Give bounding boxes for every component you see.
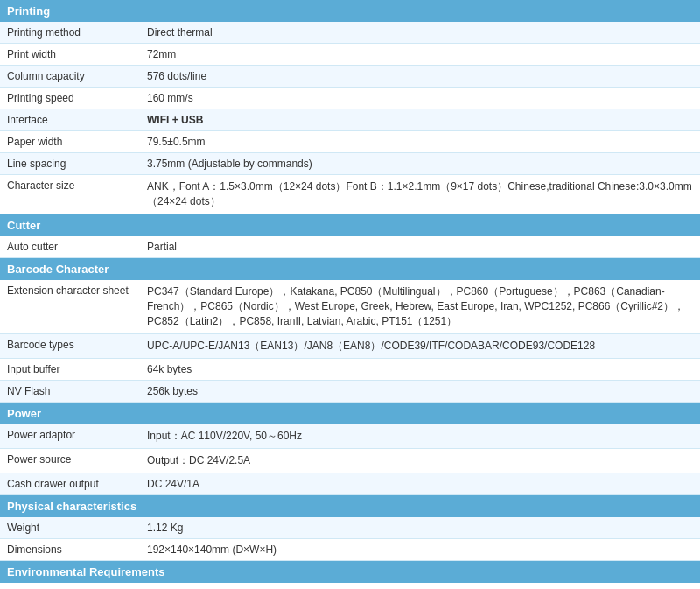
table-row: Barcode typesUPC-A/UPC-E/JAN13（EAN13）/JA… (0, 334, 700, 359)
table-row: InterfaceWIFI + USB (0, 109, 700, 131)
row-label: Weight (0, 517, 140, 539)
section-header: Printing (0, 0, 700, 22)
row-label: Column capacity (0, 66, 140, 88)
section-header: Environmental Requirements (0, 561, 700, 584)
row-label: NV Flash (0, 381, 140, 403)
section-title: Barcode Character (0, 258, 700, 281)
row-label: Power source (0, 449, 140, 473)
table-row: Dimensions192×140×140mm (D×W×H) (0, 539, 700, 561)
spec-table: PrintingPrinting methodDirect thermalPri… (0, 0, 700, 589)
row-value: 79.5±0.5mm (140, 131, 700, 153)
row-label: Auto cutter (0, 236, 140, 258)
row-label: Dimensions (0, 539, 140, 561)
row-label: Cash drawer output (0, 473, 140, 495)
section-title: Cutter (0, 214, 700, 237)
row-label: Power adaptor (0, 424, 140, 449)
row-label: Input buffer (0, 359, 140, 381)
table-row: Weight1.12 Kg (0, 517, 700, 539)
row-value: 192×140×140mm (D×W×H) (140, 539, 700, 561)
row-value: UPC-A/UPC-E/JAN13（EAN13）/JAN8（EAN8）/CODE… (140, 334, 700, 359)
table-row: Power sourceOutput：DC 24V/2.5A (0, 449, 700, 473)
table-row: Character sizeANK，Font A：1.5×3.0mm（12×24… (0, 175, 700, 214)
table-row: Power adaptorInput：AC 110V/220V, 50～60Hz (0, 424, 700, 449)
row-label: Print width (0, 44, 140, 66)
row-value: WIFI + USB (140, 109, 700, 131)
row-value: Input：AC 110V/220V, 50～60Hz (140, 424, 700, 449)
table-row: Printing methodDirect thermal (0, 22, 700, 44)
table-row: Input buffer64k bytes (0, 359, 700, 381)
section-title: Printing (0, 0, 700, 22)
row-value: 160 mm/s (140, 88, 700, 109)
row-value: 72mm (140, 44, 700, 66)
section-header: Cutter (0, 214, 700, 237)
section-title: Physical characteristics (0, 495, 700, 518)
table-row: Work environmentTemperature（0～45℃）humidi… (0, 583, 700, 589)
row-value: PC347（Standard Europe），Katakana, PC850（M… (140, 280, 700, 334)
row-value: 64k bytes (140, 359, 700, 381)
table-row: Extension character sheetPC347（Standard … (0, 280, 700, 334)
row-value: Temperature（0～45℃）humidity(10～80%) (140, 583, 700, 589)
section-header: Barcode Character (0, 258, 700, 281)
row-value: ANK，Font A：1.5×3.0mm（12×24 dots）Font B：1… (140, 175, 700, 214)
row-label: Paper width (0, 131, 140, 153)
table-row: Print width72mm (0, 44, 700, 66)
table-row: Line spacing3.75mm (Adjustable by comman… (0, 153, 700, 175)
row-value: 1.12 Kg (140, 517, 700, 539)
table-row: Auto cutterPartial (0, 236, 700, 258)
row-label: Printing method (0, 22, 140, 44)
row-value: DC 24V/1A (140, 473, 700, 495)
row-label: Interface (0, 109, 140, 131)
row-value: 576 dots/line (140, 66, 700, 88)
row-label: Barcode types (0, 334, 140, 359)
section-header: Power (0, 403, 700, 425)
row-label: Line spacing (0, 153, 140, 175)
section-title: Environmental Requirements (0, 561, 700, 584)
table-row: Printing speed160 mm/s (0, 88, 700, 109)
row-value: Partial (140, 236, 700, 258)
table-row: Column capacity576 dots/line (0, 66, 700, 88)
row-value: Direct thermal (140, 22, 700, 44)
row-label: Character size (0, 175, 140, 214)
section-title: Power (0, 403, 700, 425)
row-value: 3.75mm (Adjustable by commands) (140, 153, 700, 175)
section-header: Physical characteristics (0, 495, 700, 518)
table-row: NV Flash256k bytes (0, 381, 700, 403)
row-value: 256k bytes (140, 381, 700, 403)
table-row: Paper width79.5±0.5mm (0, 131, 700, 153)
row-label: Printing speed (0, 88, 140, 109)
table-row: Cash drawer outputDC 24V/1A (0, 473, 700, 495)
row-value: Output：DC 24V/2.5A (140, 449, 700, 473)
row-label: Extension character sheet (0, 280, 140, 334)
row-label: Work environment (0, 583, 140, 589)
